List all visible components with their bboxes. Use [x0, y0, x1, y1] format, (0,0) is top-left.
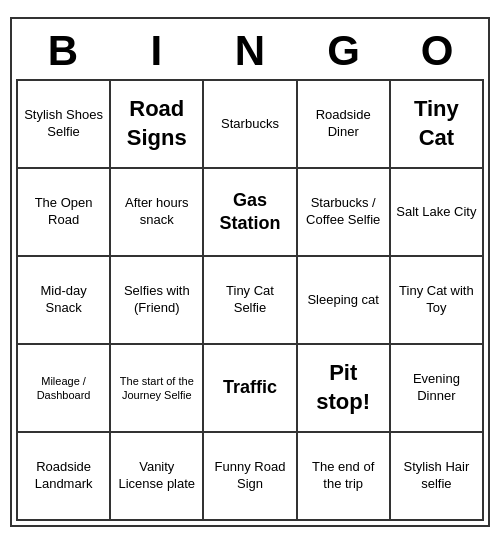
bingo-card: B I N G O Stylish Shoes SelfieRoad Signs… [10, 17, 490, 527]
bingo-cell-1: Road Signs [111, 81, 204, 169]
bingo-cell-18: Pit stop! [298, 345, 391, 433]
bingo-cell-20: Roadside Landmark [18, 433, 111, 521]
bingo-cell-19: Evening Dinner [391, 345, 484, 433]
bingo-cell-0: Stylish Shoes Selfie [18, 81, 111, 169]
bingo-cell-23: The end of the trip [298, 433, 391, 521]
bingo-cell-24: Stylish Hair selfie [391, 433, 484, 521]
bingo-cell-16: The start of the Journey Selfie [111, 345, 204, 433]
bingo-cell-4: Tiny Cat [391, 81, 484, 169]
bingo-cell-13: Sleeping cat [298, 257, 391, 345]
bingo-cell-2: Starbucks [204, 81, 297, 169]
bingo-header: B I N G O [16, 23, 484, 79]
bingo-cell-22: Funny Road Sign [204, 433, 297, 521]
header-i: I [110, 23, 204, 79]
bingo-cell-15: Mileage / Dashboard [18, 345, 111, 433]
bingo-cell-9: Salt Lake City [391, 169, 484, 257]
header-n: N [203, 23, 297, 79]
bingo-cell-11: Selfies with (Friend) [111, 257, 204, 345]
header-o: O [390, 23, 484, 79]
bingo-cell-6: After hours snack [111, 169, 204, 257]
bingo-cell-10: Mid-day Snack [18, 257, 111, 345]
bingo-cell-8: Starbucks / Coffee Selfie [298, 169, 391, 257]
header-b: B [16, 23, 110, 79]
bingo-cell-17: Traffic [204, 345, 297, 433]
bingo-cell-3: Roadside Diner [298, 81, 391, 169]
header-g: G [297, 23, 391, 79]
bingo-cell-5: The Open Road [18, 169, 111, 257]
bingo-cell-12: Tiny Cat Selfie [204, 257, 297, 345]
bingo-grid: Stylish Shoes SelfieRoad SignsStarbucksR… [16, 79, 484, 521]
bingo-cell-21: Vanity License plate [111, 433, 204, 521]
bingo-cell-7: Gas Station [204, 169, 297, 257]
bingo-cell-14: Tiny Cat with Toy [391, 257, 484, 345]
